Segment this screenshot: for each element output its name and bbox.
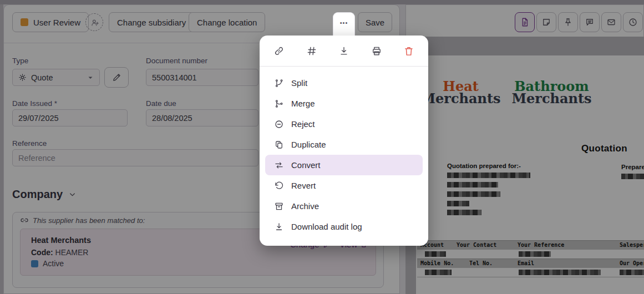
print-icon[interactable]: [371, 45, 383, 57]
menu-item-archive[interactable]: Archive: [265, 196, 423, 216]
revert-icon: [274, 181, 284, 191]
archive-icon: [274, 201, 284, 211]
menu-item-duplicate[interactable]: Duplicate: [265, 134, 423, 155]
menu-list: Split Merge Reject: [260, 67, 428, 237]
menu-item-merge[interactable]: Merge: [265, 93, 423, 114]
menu-item-revert[interactable]: Revert: [265, 175, 423, 196]
download-icon: [274, 222, 284, 232]
download-icon[interactable]: [338, 45, 350, 57]
merge-icon: [274, 99, 284, 109]
menu-item-label: Convert: [291, 160, 321, 170]
menu-item-label: Split: [291, 78, 307, 88]
menu-item-label: Download audit log: [291, 222, 362, 231]
trash-icon[interactable]: [403, 45, 415, 57]
ellipsis-icon: •••: [340, 13, 348, 33]
reject-icon: [274, 119, 284, 129]
duplicate-icon: [274, 140, 284, 150]
actions-menu: Split Merge Reject: [260, 36, 428, 246]
split-icon: [274, 78, 284, 88]
menu-item-reject[interactable]: Reject: [265, 114, 423, 134]
menu-item-label: Revert: [291, 181, 316, 190]
quick-actions-row: [260, 43, 428, 59]
link-icon[interactable]: [273, 45, 285, 57]
app-window: User Review Change subsidiary Change loc…: [0, 0, 644, 294]
menu-item-convert[interactable]: Convert: [265, 155, 423, 175]
menu-item-split[interactable]: Split: [265, 73, 423, 93]
menu-item-label: Reject: [291, 119, 315, 129]
hash-icon[interactable]: [306, 45, 318, 57]
menu-item-label: Merge: [291, 99, 315, 108]
more-actions-button[interactable]: •••: [333, 12, 355, 38]
menu-item-download-audit-log[interactable]: Download audit log: [265, 216, 423, 237]
convert-icon: [274, 160, 284, 170]
menu-item-label: Archive: [291, 201, 319, 211]
menu-item-label: Duplicate: [291, 140, 326, 149]
